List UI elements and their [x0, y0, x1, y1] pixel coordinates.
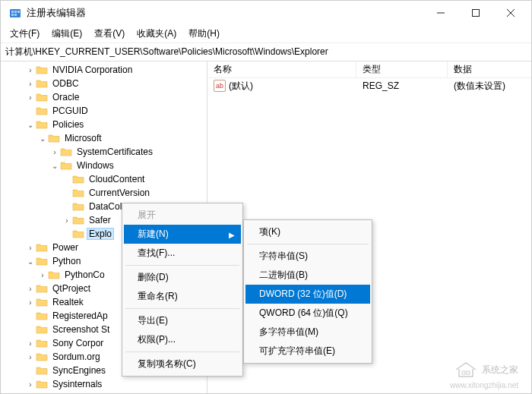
- tree-label: Team17: [51, 392, 87, 393]
- folder-icon: [36, 92, 48, 102]
- tree-label: Windows: [75, 160, 116, 171]
- context-menu: 展开 新建(N)▶ 查找(F)... 删除(D) 重命名(R) 导出(E) 权限…: [122, 203, 243, 377]
- folder-icon: [60, 160, 72, 171]
- menu-favorites[interactable]: 收藏夹(A): [131, 26, 182, 42]
- tree-item[interactable]: ·CloudContent: [1, 172, 207, 186]
- tree-spacer: ·: [62, 230, 72, 238]
- tree-spacer: ·: [62, 189, 72, 197]
- folder-icon: [36, 379, 48, 389]
- cell-name: ab (默认): [207, 80, 356, 93]
- svg-rect-3: [17, 11, 20, 13]
- tree-label: NVIDIA Corporation: [51, 65, 134, 75]
- chevron-right-icon[interactable]: ›: [25, 298, 36, 307]
- sub-qword[interactable]: QWORD (64 位)值(Q): [245, 304, 370, 323]
- chevron-right-icon[interactable]: ›: [25, 80, 36, 88]
- chevron-right-icon[interactable]: ›: [25, 339, 36, 348]
- tree-spacer: ·: [25, 367, 36, 375]
- chevron-right-icon: ▶: [229, 230, 235, 238]
- tree-label: SyncEngines: [51, 365, 107, 376]
- ctx-rename[interactable]: 重命名(R): [124, 287, 241, 306]
- ctx-delete[interactable]: 删除(D): [124, 268, 241, 287]
- sub-binary[interactable]: 二进制值(B): [245, 266, 370, 285]
- ctx-permissions[interactable]: 权限(P)...: [124, 330, 241, 349]
- tree-item[interactable]: ·Team17: [1, 391, 207, 393]
- tree-label: Sordum.org: [51, 351, 102, 362]
- tree-label: CurrentVersion: [87, 188, 151, 198]
- folder-icon: [48, 269, 60, 280]
- tree-spacer: ·: [62, 203, 72, 211]
- cell-data: (数值未设置): [448, 80, 531, 93]
- chevron-right-icon[interactable]: ›: [25, 380, 36, 389]
- col-type[interactable]: 类型: [356, 61, 448, 77]
- tree-item[interactable]: ⌄Policies: [1, 118, 207, 131]
- context-submenu-new: 项(K) 字符串值(S) 二进制值(B) DWORD (32 位)值(D) QW…: [243, 219, 372, 364]
- chevron-right-icon[interactable]: ›: [25, 244, 36, 252]
- tree-label: Screenshot St: [51, 324, 111, 335]
- chevron-down-icon[interactable]: ⌄: [49, 162, 60, 170]
- tree-item[interactable]: ⌄Windows: [1, 159, 207, 172]
- separator: [125, 308, 239, 309]
- chevron-down-icon[interactable]: ⌄: [25, 257, 36, 266]
- menu-view[interactable]: 查看(V): [88, 26, 131, 42]
- tree-item[interactable]: ⌄Microsoft: [1, 131, 207, 145]
- folder-icon: [36, 392, 48, 393]
- ctx-copykey[interactable]: 复制项名称(C): [124, 355, 241, 374]
- menu-help[interactable]: 帮助(H): [182, 26, 226, 42]
- tree-item[interactable]: ›ODBC: [1, 77, 207, 90]
- ctx-export[interactable]: 导出(E): [124, 311, 241, 330]
- separator: [125, 265, 239, 266]
- svg-rect-1: [11, 11, 14, 13]
- sub-dword[interactable]: DWORD (32 位)值(D): [245, 285, 370, 304]
- address-text: 计算机\HKEY_CURRENT_USER\Software\Policies\…: [5, 46, 328, 58]
- tree-item[interactable]: ·PCGUID: [1, 104, 207, 118]
- chevron-right-icon[interactable]: ›: [25, 93, 36, 102]
- chevron-down-icon[interactable]: ⌄: [37, 134, 48, 143]
- tree-label: Sony Corpor: [51, 338, 105, 348]
- list-row[interactable]: ab (默认) REG_SZ (数值未设置): [207, 78, 531, 93]
- menu-edit[interactable]: 编辑(E): [46, 26, 88, 42]
- svg-rect-2: [14, 11, 17, 13]
- tree-spacer: ·: [25, 107, 36, 115]
- tree-spacer: ·: [25, 326, 36, 334]
- folder-icon: [36, 106, 48, 116]
- folder-icon: [72, 201, 84, 212]
- chevron-right-icon[interactable]: ›: [49, 148, 60, 156]
- sub-multistring[interactable]: 多字符串值(M): [245, 323, 370, 342]
- sub-key[interactable]: 项(K): [245, 222, 370, 241]
- window-title: 注册表编辑器: [27, 6, 423, 20]
- minimize-button[interactable]: [423, 1, 458, 25]
- tree-spacer: ·: [25, 312, 36, 320]
- tree-item[interactable]: ›NVIDIA Corporation: [1, 63, 207, 77]
- ctx-new[interactable]: 新建(N)▶: [124, 225, 241, 244]
- tree-item[interactable]: ›SystemCertificates: [1, 145, 207, 159]
- address-bar[interactable]: 计算机\HKEY_CURRENT_USER\Software\Policies\…: [1, 43, 531, 61]
- svg-rect-5: [14, 14, 17, 16]
- tree-item[interactable]: ›Sysinternals: [1, 377, 207, 391]
- close-button[interactable]: [493, 1, 528, 25]
- chevron-right-icon[interactable]: ›: [37, 271, 48, 279]
- folder-icon: [36, 65, 48, 75]
- chevron-down-icon[interactable]: ⌄: [25, 121, 36, 129]
- folder-icon: [36, 365, 48, 376]
- tree-item[interactable]: ·CurrentVersion: [1, 186, 207, 200]
- sub-string[interactable]: 字符串值(S): [245, 247, 370, 266]
- folder-icon: [36, 119, 48, 130]
- chevron-right-icon[interactable]: ›: [25, 285, 36, 293]
- tree-item[interactable]: ›Oracle: [1, 90, 207, 104]
- tree-label: Python: [51, 256, 82, 266]
- chevron-right-icon[interactable]: ›: [62, 216, 72, 225]
- regedit-icon: [8, 6, 22, 20]
- menu-file[interactable]: 文件(F): [4, 26, 46, 42]
- window-controls: [423, 1, 528, 25]
- sub-expandstring[interactable]: 可扩充字符串值(E): [245, 342, 370, 361]
- ctx-find[interactable]: 查找(F)...: [124, 244, 241, 263]
- chevron-right-icon[interactable]: ›: [25, 66, 36, 74]
- folder-icon: [72, 215, 84, 225]
- col-data[interactable]: 数据: [448, 61, 531, 77]
- svg-rect-4: [11, 14, 14, 16]
- col-name[interactable]: 名称: [207, 61, 356, 77]
- tree-label: CloudContent: [87, 174, 146, 184]
- chevron-right-icon[interactable]: ›: [25, 353, 36, 361]
- maximize-button[interactable]: [458, 1, 493, 25]
- tree-label: QtProject: [51, 283, 92, 294]
